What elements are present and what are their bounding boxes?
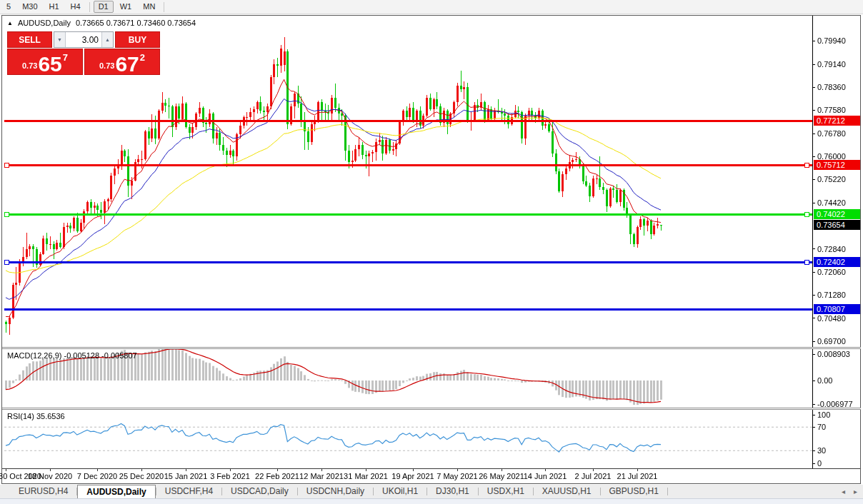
- timeframe-button-d1[interactable]: D1: [94, 1, 114, 13]
- volume-input[interactable]: 3.00: [66, 32, 101, 47]
- tab-audusd-daily[interactable]: AUDUSD,Daily: [77, 485, 155, 498]
- volume-spinner: ▼ 3.00 ▲: [54, 31, 114, 48]
- timeframe-button-h4[interactable]: H4: [66, 1, 86, 13]
- chart-symbol-header: ▲ AUDUSD,Daily 0.73665 0.73671 0.73460 0…: [7, 19, 196, 27]
- buy-price-point: 2: [140, 52, 145, 63]
- timeframe-button-h1[interactable]: H1: [44, 1, 64, 13]
- toolbar-divider: [164, 2, 164, 12]
- status-bar: [0, 498, 863, 504]
- tab-divider: [667, 488, 668, 495]
- timeframe-button-m30[interactable]: M30: [17, 1, 42, 13]
- tab-usdx-h1[interactable]: USDX,H1: [479, 485, 533, 498]
- tab-xauusd-h1[interactable]: XAUUSD,H1: [534, 485, 600, 498]
- rsi-label: RSI(14) 35.6536: [7, 412, 65, 420]
- sell-button[interactable]: SELL: [7, 31, 52, 48]
- sell-price-prefix: 0.73: [22, 61, 37, 70]
- one-click-trading-panel: SELL ▼ 3.00 ▲ BUY 0.73 65 7 0.73 67 2: [7, 31, 160, 75]
- tab-usdcnh-daily[interactable]: USDCNH,Daily: [298, 485, 373, 498]
- timeframe-button-5[interactable]: 5: [1, 1, 16, 13]
- rsi-indicator-canvas[interactable]: [4, 410, 812, 468]
- buy-price-prefix: 0.73: [99, 61, 114, 70]
- timeframe-button-mn[interactable]: MN: [138, 1, 160, 13]
- volume-increase-button[interactable]: ▲: [101, 32, 113, 47]
- chart-tab-bar: EURUSD,H4AUDUSD,DailyUSDCHF,H4USDCAD,Dai…: [0, 485, 863, 498]
- time-axis-line: [2, 468, 861, 469]
- tab-ukoil-h1[interactable]: UKOil,H1: [374, 485, 426, 498]
- tab-scroll-right-icon[interactable]: ▸: [854, 488, 857, 495]
- trading-platform-screen: 5M30H1H4D1W1MN 0.799400.791400.783600.77…: [0, 0, 863, 504]
- macd-label: MACD(12,26,9) -0.005128 -0.005807: [7, 351, 137, 360]
- chart-macd-separator[interactable]: [2, 347, 861, 349]
- tab-gbpusd-h1[interactable]: GBPUSD,H1: [601, 485, 667, 498]
- sell-price-pips: 65: [38, 54, 61, 74]
- buy-price-pips: 67: [115, 54, 139, 74]
- sell-price-point: 7: [63, 52, 68, 63]
- tab-scroll-left-icon[interactable]: ◂: [842, 488, 845, 495]
- chevron-down-icon: ▼: [57, 37, 62, 42]
- tab-usdchf-h4[interactable]: USDCHF,H4: [156, 485, 221, 498]
- tab-dj30-h1[interactable]: DJ30,H1: [427, 485, 478, 498]
- price-axis-line: [812, 16, 813, 468]
- buy-price-tile[interactable]: 0.73 67 2: [84, 49, 160, 75]
- timeframe-button-w1[interactable]: W1: [115, 1, 137, 13]
- sell-price-tile[interactable]: 0.73 65 7: [7, 49, 83, 75]
- chevron-up-icon: ▲: [105, 37, 110, 42]
- tab-scroll-arrows: ◂ ▸: [842, 485, 857, 498]
- chart-ohlc-values: 0.73665 0.73671 0.73460 0.73654: [76, 19, 196, 27]
- buy-button[interactable]: BUY: [115, 31, 160, 48]
- tab-usdcad-daily[interactable]: USDCAD,Daily: [222, 485, 297, 498]
- volume-decrease-button[interactable]: ▼: [54, 32, 66, 47]
- chart-title: AUDUSD,Daily: [18, 19, 71, 27]
- macd-rsi-separator[interactable]: [2, 408, 861, 410]
- toolbar-divider: [89, 2, 90, 12]
- window-menu-icon[interactable]: ▲: [7, 20, 13, 26]
- timeframe-toolbar: 5M30H1H4D1W1MN: [0, 0, 863, 14]
- tab-eurusd-h4[interactable]: EURUSD,H4: [10, 485, 76, 498]
